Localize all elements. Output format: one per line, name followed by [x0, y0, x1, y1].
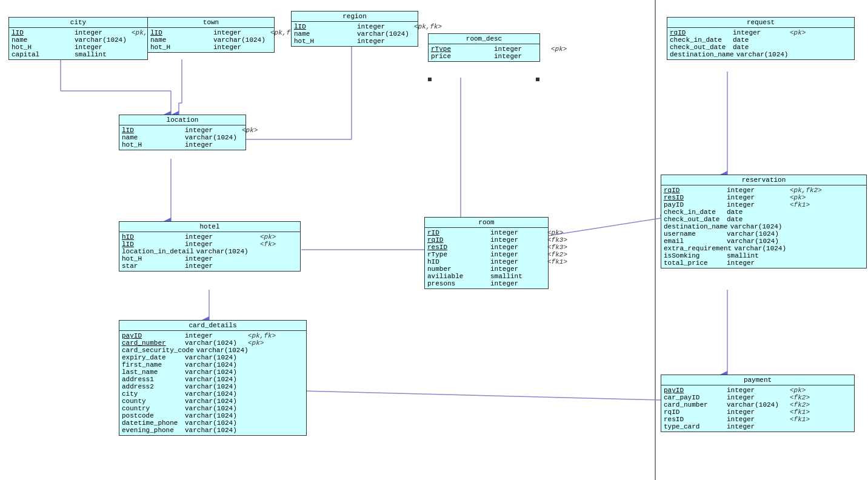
table-payment: payment payIDinteger<pk> car_payIDintege… [661, 375, 855, 432]
table-location-header: location [119, 115, 245, 125]
table-request: request rqIDinteger<pk> check_in_datedat… [667, 17, 855, 60]
table-location: location lIDinteger<pk> namevarchar(1024… [119, 115, 246, 150]
table-reservation-header: reservation [661, 175, 866, 185]
svg-rect-25 [536, 78, 539, 81]
table-town: town lIDinteger<pk,fk> namevarchar(1024)… [147, 17, 275, 53]
table-hotel-header: hotel [119, 222, 300, 232]
table-room-desc: room_desc rTypeinteger<pk> priceinteger [428, 33, 540, 62]
divider-line [655, 0, 656, 480]
table-request-header: request [667, 18, 854, 28]
table-reservation: reservation rqIDinteger<pk,fk2> resIDint… [661, 175, 867, 268]
table-card-details-header: card_details [119, 321, 306, 331]
table-room: room rIDinteger<pk> rqIDinteger<fk3> res… [424, 217, 549, 289]
table-hotel: hotel hIDinteger<pk> lIDinteger<fk> loca… [119, 221, 301, 272]
table-room-desc-header: room_desc [429, 34, 539, 44]
svg-line-18 [301, 391, 661, 400]
table-payment-header: payment [661, 375, 854, 385]
table-card-details: card_details payIDinteger<pk,fk> card_nu… [119, 320, 307, 436]
erd-canvas: city lIDinteger<pk,fk> namevarchar(1024)… [0, 0, 868, 480]
table-city-header: city [9, 18, 147, 28]
table-town-header: town [148, 18, 274, 28]
table-region: region lIDinteger<pk,fk> namevarchar(102… [291, 11, 418, 47]
svg-rect-24 [428, 78, 432, 81]
table-city: city lIDinteger<pk,fk> namevarchar(1024)… [8, 17, 148, 60]
table-room-header: room [425, 218, 548, 228]
table-region-header: region [292, 12, 418, 22]
